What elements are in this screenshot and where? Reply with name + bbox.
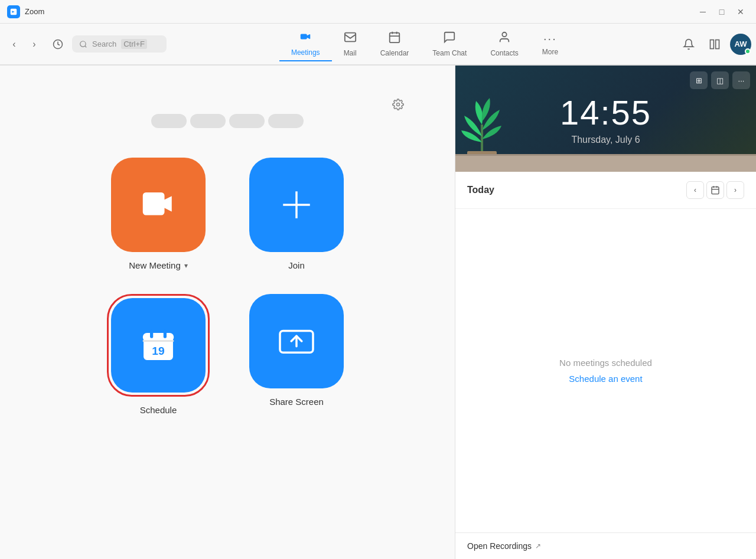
- video-camera-icon: [138, 184, 179, 225]
- desk-surface: [455, 154, 756, 172]
- nav-back-forward: ‹ ›: [5, 35, 44, 54]
- filter-pill-1: [151, 114, 187, 128]
- tab-meetings[interactable]: Meetings: [279, 27, 332, 61]
- window-controls: ─ □ ✕: [695, 4, 749, 20]
- app-logo: [7, 5, 20, 18]
- today-nav: ‹ ›: [686, 181, 744, 199]
- svg-point-1: [80, 41, 86, 46]
- tab-teamchat[interactable]: Team Chat: [421, 27, 478, 61]
- share-screen-icon: [276, 321, 317, 362]
- svg-rect-13: [143, 340, 174, 342]
- tab-more[interactable]: ··· More: [530, 28, 570, 60]
- join-label: Join: [288, 260, 305, 270]
- today-content: No meetings scheduled Schedule an event: [455, 209, 756, 532]
- chevron-icon: ▾: [184, 261, 188, 270]
- title-bar: Zoom ─ □ ✕: [0, 0, 756, 24]
- avatar-button[interactable]: AW: [730, 34, 751, 55]
- tab-meetings-label: Meetings: [291, 48, 320, 57]
- svg-rect-2: [344, 33, 355, 42]
- filter-pill-4: [268, 114, 304, 128]
- today-calendar-button[interactable]: [706, 181, 724, 199]
- filter-pill-3: [229, 114, 265, 128]
- today-header: Today ‹ ›: [455, 172, 756, 209]
- filter-bar: [139, 114, 315, 134]
- new-meeting-button[interactable]: [111, 158, 206, 252]
- today-title: Today: [467, 185, 686, 195]
- avatar-text: AW: [735, 40, 747, 48]
- calendar-schedule-icon: 19: [138, 325, 179, 366]
- left-panel: New Meeting ▾ Join: [0, 66, 455, 559]
- nav-right: AW: [678, 34, 751, 55]
- clock-add-button[interactable]: ⊞: [690, 71, 708, 89]
- share-screen-button[interactable]: [249, 294, 344, 388]
- layout-button[interactable]: [704, 34, 725, 55]
- nav-bar: ‹ › Search Ctrl+F Meetings Mail: [0, 24, 756, 65]
- clock-date: Thursday, July 6: [571, 135, 640, 145]
- clock-more-button[interactable]: ···: [732, 71, 750, 89]
- tab-mail-label: Mail: [344, 49, 357, 57]
- schedule-button[interactable]: 19: [111, 298, 206, 393]
- tab-mail[interactable]: Mail: [332, 27, 369, 61]
- today-section: Today ‹ › No meetings scheduled Schedule…: [455, 172, 756, 559]
- tab-calendar[interactable]: Calendar: [369, 27, 421, 61]
- search-bar[interactable]: Search Ctrl+F: [72, 35, 167, 53]
- new-meeting-label: New Meeting ▾: [129, 260, 188, 270]
- schedule-label: Schedule: [140, 405, 177, 415]
- external-link-icon: ↗: [535, 542, 541, 550]
- contacts-icon: [498, 31, 511, 47]
- settings-area: [35, 89, 419, 114]
- tab-more-label: More: [542, 48, 558, 56]
- search-placeholder: Search: [92, 40, 116, 48]
- join-item: Join: [245, 158, 348, 270]
- right-panel: ⊞ ◫ ··· 14:55 Thursday, July 6 Today ‹ ›: [455, 66, 756, 559]
- svg-point-4: [502, 32, 506, 37]
- no-meetings-text: No meetings scheduled: [559, 358, 652, 368]
- back-button[interactable]: ‹: [5, 35, 24, 54]
- today-prev-button[interactable]: ‹: [686, 181, 704, 199]
- action-grid: New Meeting ▾ Join: [107, 158, 348, 415]
- app-title: Zoom: [25, 7, 695, 16]
- tab-teamchat-label: Team Chat: [432, 49, 467, 57]
- forward-button[interactable]: ›: [25, 35, 44, 54]
- clock-layout-button[interactable]: ◫: [711, 71, 729, 89]
- tab-calendar-label: Calendar: [380, 49, 409, 57]
- today-next-button[interactable]: ›: [726, 181, 744, 199]
- teamchat-icon: [443, 31, 456, 47]
- svg-rect-12: [164, 330, 167, 338]
- maximize-button[interactable]: □: [713, 4, 730, 20]
- filter-pill-2: [190, 114, 226, 128]
- search-shortcut: Ctrl+F: [121, 39, 147, 49]
- svg-rect-6: [716, 40, 719, 48]
- more-icon: ···: [543, 32, 557, 45]
- close-button[interactable]: ✕: [732, 4, 749, 20]
- settings-button[interactable]: [389, 95, 408, 114]
- main-layout: New Meeting ▾ Join: [0, 66, 756, 559]
- search-icon: [79, 40, 87, 48]
- new-meeting-item: New Meeting ▾: [107, 158, 210, 270]
- nav-tabs: Meetings Mail Calendar Team Chat Contact…: [174, 27, 676, 61]
- svg-rect-10: [143, 333, 174, 341]
- online-indicator: [745, 48, 751, 54]
- svg-point-7: [397, 103, 400, 106]
- schedule-event-link[interactable]: Schedule an event: [569, 374, 642, 384]
- open-recordings[interactable]: Open Recordings ↗: [455, 532, 756, 559]
- svg-rect-11: [150, 330, 153, 338]
- schedule-item: 19 Schedule: [107, 294, 210, 415]
- clock-widget: ⊞ ◫ ··· 14:55 Thursday, July 6: [455, 66, 756, 172]
- svg-text:19: 19: [152, 345, 164, 357]
- plus-icon: [276, 184, 317, 225]
- notification-button[interactable]: [678, 34, 699, 55]
- minimize-button[interactable]: ─: [695, 4, 711, 20]
- open-recordings-label: Open Recordings: [467, 541, 532, 551]
- svg-rect-3: [390, 33, 400, 43]
- share-screen-item: Share Screen: [245, 294, 348, 415]
- calendar-icon: [388, 31, 401, 47]
- join-button[interactable]: [249, 158, 344, 252]
- history-button[interactable]: [48, 35, 67, 54]
- tab-contacts-label: Contacts: [490, 49, 518, 57]
- clock-time: 14:55: [560, 93, 651, 132]
- share-screen-label: Share Screen: [269, 397, 324, 407]
- meetings-icon: [299, 30, 312, 46]
- clock-controls: ⊞ ◫ ···: [690, 71, 750, 89]
- tab-contacts[interactable]: Contacts: [478, 27, 530, 61]
